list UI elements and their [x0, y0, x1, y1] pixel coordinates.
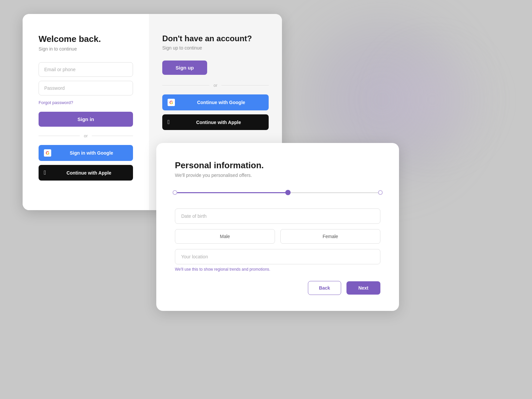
- apple-icon: : [44, 169, 46, 176]
- progress-bar-bg: [175, 192, 380, 193]
- back-button[interactable]: Back: [308, 281, 341, 295]
- dob-input[interactable]: [175, 208, 380, 224]
- divider-line-right2: [221, 85, 269, 85]
- personal-info-card: Personal information. We'll provide you …: [156, 143, 399, 311]
- form-actions: Back Next: [175, 281, 380, 295]
- signin-button[interactable]: Sign in: [39, 112, 133, 127]
- signup-apple-button[interactable]:  Continue with Apple: [162, 114, 269, 130]
- location-hint: We'll use this to show regional trends a…: [175, 267, 380, 272]
- divider-text: or: [84, 133, 88, 138]
- gender-selector: Male Female: [175, 229, 380, 244]
- divider-line-right: [92, 136, 133, 136]
- signin-divider: or: [39, 133, 133, 138]
- signup-google-button[interactable]: G Continue with Google: [162, 94, 269, 110]
- signin-google-button[interactable]: G Sign in with Google: [39, 145, 133, 161]
- progress-dot-start: [173, 190, 177, 195]
- google-icon: G: [44, 149, 51, 157]
- progress-track: [175, 189, 380, 197]
- divider-line-left: [39, 136, 80, 136]
- gender-male-button[interactable]: Male: [175, 229, 275, 244]
- next-button[interactable]: Next: [346, 281, 380, 295]
- password-input[interactable]: [39, 81, 133, 95]
- signup-subtitle: Sign up to continue: [162, 45, 269, 51]
- progress-fill: [175, 192, 288, 193]
- location-input[interactable]: [175, 249, 380, 264]
- email-input[interactable]: [39, 62, 133, 77]
- personal-info-title: Personal information.: [175, 160, 380, 171]
- personal-info-subtitle: We'll provide you personalised offers.: [175, 173, 380, 178]
- progress-dot-current: [285, 190, 291, 195]
- divider-line-left2: [162, 85, 209, 85]
- google-icon-2: G: [168, 99, 175, 106]
- forgot-password-link[interactable]: Forgot password?: [39, 100, 73, 105]
- gender-female-button[interactable]: Female: [280, 229, 380, 244]
- apple-icon-2: : [168, 119, 170, 126]
- progress-dot-end: [378, 190, 383, 195]
- signin-panel: Welcome back. Sign in to continue Forgot…: [23, 14, 149, 210]
- signin-title: Welcome back.: [39, 34, 133, 44]
- signin-subtitle: Sign in to continue: [39, 46, 133, 52]
- signup-button[interactable]: Sign up: [162, 61, 207, 75]
- signup-title: Don't have an account?: [162, 34, 269, 43]
- signup-divider: or: [162, 83, 269, 88]
- divider-text2: or: [213, 83, 217, 88]
- signin-apple-button[interactable]:  Continue with Apple: [39, 165, 133, 181]
